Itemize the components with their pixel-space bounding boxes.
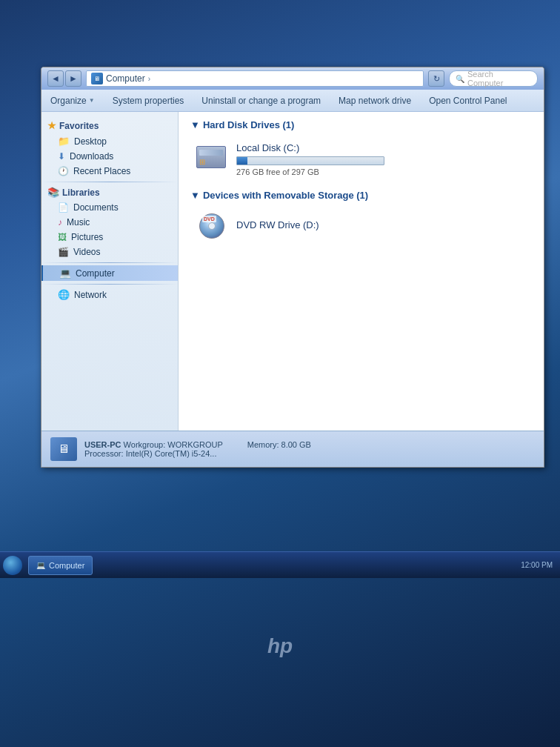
library-icon: 📚: [47, 187, 59, 198]
organize-arrow: ▼: [89, 97, 95, 104]
status-processor: Processor: Intel(R) Core(TM) i5-24...: [84, 449, 535, 458]
dvd-disc: DVD: [199, 213, 224, 239]
sidebar-item-pictures[interactable]: 🖼 Pictures: [41, 230, 178, 245]
uninstall-button[interactable]: Uninstall or change a program: [199, 94, 324, 107]
main-content: ▼ Hard Disk Drives (1) ⊞ Local Disk (C:): [179, 112, 544, 431]
taskbar-computer-icon: 💻: [36, 561, 45, 569]
status-user: USER-PC Workgroup: WORKGROUP Memory: 8.0…: [84, 440, 535, 449]
taskbar-explorer-item[interactable]: 💻 Computer: [28, 556, 93, 575]
removable-storage-header: ▼ Devices with Removable Storage (1): [190, 190, 532, 201]
refresh-button[interactable]: ↻: [428, 70, 444, 87]
favorites-section: ★ Favorites 📁 Desktop ⬇ Downloads 🕐: [41, 118, 178, 179]
system-properties-button[interactable]: System properties: [110, 94, 187, 107]
local-disk-item[interactable]: ⊞ Local Disk (C:) 276 GB free of 297 GB: [190, 138, 532, 181]
star-icon: ★: [47, 120, 56, 131]
favorites-header[interactable]: ★ Favorites: [41, 118, 178, 133]
dvd-drive-item[interactable]: DVD DVD RW Drive (D:): [190, 208, 532, 244]
address-bar[interactable]: 🖥 Computer ›: [86, 70, 424, 87]
explorer-window: ◄ ► 🖥 Computer › ↻ 🔍 Search Computer Org…: [41, 67, 544, 468]
address-text: Computer: [106, 73, 145, 84]
hard-disk-header: ▼ Hard Disk Drives (1): [190, 119, 532, 130]
organize-button[interactable]: Organize ▼: [47, 94, 98, 107]
removable-arrow: ▼: [190, 190, 200, 201]
videos-icon: 🎬: [58, 247, 69, 257]
desktop-icon: 📁: [58, 136, 70, 147]
computer-icon: 🖥: [91, 73, 103, 84]
sidebar-item-network[interactable]: 🌐 Network: [41, 287, 178, 302]
recent-places-icon: 🕐: [58, 166, 69, 176]
sidebar-item-computer[interactable]: 💻 Computer: [41, 265, 178, 281]
documents-icon: 📄: [58, 202, 69, 213]
computer-nav-icon: 💻: [59, 268, 71, 279]
capacity-bar: [236, 156, 384, 165]
sidebar-item-music[interactable]: ♪ Music: [41, 215, 178, 230]
search-bar[interactable]: 🔍 Search Computer: [449, 70, 538, 87]
dvd-info: DVD RW Drive (D:): [236, 219, 526, 233]
sidebar-item-recent-places[interactable]: 🕐 Recent Places: [41, 164, 178, 179]
hdd-arrow: ▼: [190, 119, 200, 130]
toolbar: Organize ▼ System properties Uninstall o…: [41, 90, 544, 112]
windows-logo-icon: ⊞: [199, 158, 205, 166]
status-bar: 🖥 USER-PC Workgroup: WORKGROUP Memory: 8…: [41, 431, 544, 467]
back-button[interactable]: ◄: [47, 70, 64, 87]
local-disk-icon: ⊞: [196, 146, 227, 173]
local-disk-size: 276 GB free of 297 GB: [236, 167, 526, 176]
title-bar: ◄ ► 🖥 Computer › ↻ 🔍 Search Computer: [41, 67, 544, 90]
forward-button[interactable]: ►: [65, 70, 81, 87]
hp-logo: hp: [267, 634, 293, 658]
sidebar-item-videos[interactable]: 🎬 Videos: [41, 245, 178, 259]
downloads-icon: ⬇: [58, 151, 65, 162]
sidebar-item-downloads[interactable]: ⬇ Downloads: [41, 149, 178, 164]
sidebar: ★ Favorites 📁 Desktop ⬇ Downloads 🕐: [41, 112, 179, 431]
capacity-fill: [237, 157, 247, 165]
sidebar-item-desktop[interactable]: 📁 Desktop: [41, 133, 178, 149]
start-button[interactable]: [3, 556, 22, 575]
content-area: ★ Favorites 📁 Desktop ⬇ Downloads 🕐: [41, 112, 544, 431]
network-icon: 🌐: [58, 289, 70, 300]
computer-section: 💻 Computer: [41, 265, 178, 281]
libraries-section: 📚 Libraries 📄 Documents ♪ Music 🖼: [41, 185, 178, 259]
dvd-icon: DVD: [196, 213, 227, 239]
libraries-header[interactable]: 📚 Libraries: [41, 185, 178, 200]
status-text: USER-PC Workgroup: WORKGROUP Memory: 8.0…: [84, 440, 535, 458]
taskbar: 💻 Computer 12:00 PM: [0, 551, 560, 578]
network-section: 🌐 Network: [41, 287, 178, 302]
music-icon: ♪: [58, 217, 62, 228]
search-placeholder: Search Computer: [467, 70, 531, 87]
map-drive-button[interactable]: Map network drive: [336, 94, 414, 107]
pictures-icon: 🖼: [58, 232, 67, 242]
dvd-name: DVD RW Drive (D:): [236, 219, 526, 230]
control-panel-button[interactable]: Open Control Panel: [426, 94, 510, 107]
local-disk-info: Local Disk (C:) 276 GB free of 297 GB: [236, 142, 526, 176]
local-disk-name: Local Disk (C:): [236, 142, 526, 153]
system-clock: 12:00 PM: [521, 561, 557, 569]
pc-status-icon: 🖥: [50, 437, 77, 461]
sidebar-item-documents[interactable]: 📄 Documents: [41, 200, 178, 215]
dvd-label: DVD: [202, 216, 216, 222]
